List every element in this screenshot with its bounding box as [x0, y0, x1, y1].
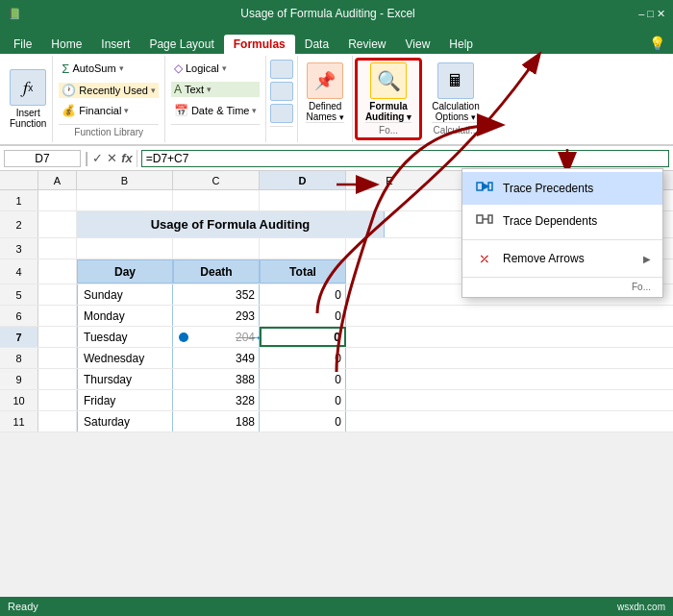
- cell-c9[interactable]: 388: [173, 369, 260, 389]
- calculation-options-btn[interactable]: 🖩 CalculationOptions ▾: [432, 62, 479, 122]
- dropdown-footer: Fo...: [462, 280, 662, 294]
- cell-e10[interactable]: [346, 390, 433, 410]
- date-time-btn[interactable]: 📅 Date & Time ▾: [171, 103, 261, 118]
- header-total[interactable]: Total: [260, 259, 346, 283]
- dropdown-divider: [462, 239, 662, 240]
- cell-c6[interactable]: 293: [173, 306, 260, 326]
- title-cell[interactable]: Usage of Formula Auditing: [77, 211, 385, 237]
- math-icon[interactable]: [270, 60, 293, 79]
- insert-function-btn[interactable]: 𝑓x InsertFunction: [10, 69, 46, 129]
- recently-used-btn[interactable]: 🕐 Recently Used ▾: [59, 83, 159, 98]
- stats-icon[interactable]: [270, 82, 293, 101]
- cell-c5[interactable]: 352: [173, 284, 260, 305]
- tab-review[interactable]: Review: [338, 35, 395, 54]
- cell-b3[interactable]: [77, 238, 173, 259]
- cell-e5[interactable]: [346, 284, 433, 305]
- cell-a7[interactable]: [38, 327, 77, 347]
- ribbon-group-calculation: 🖩 CalculationOptions ▾ Calculati...: [424, 56, 486, 142]
- cell-d8[interactable]: 0: [260, 348, 346, 368]
- cell-d11[interactable]: 0: [260, 411, 346, 431]
- more-icon[interactable]: [270, 104, 293, 123]
- cell-a6[interactable]: [38, 306, 77, 326]
- cell-d3[interactable]: [260, 238, 346, 259]
- cell-e11[interactable]: [346, 411, 433, 431]
- cell-b11[interactable]: Saturday: [77, 411, 173, 431]
- dropdown-item-remove-arrows[interactable]: ⤫ Remove Arrows ▶: [462, 242, 662, 275]
- trace-dependents-icon: [474, 210, 495, 232]
- financial-btn[interactable]: 💰 Financial ▾: [59, 103, 159, 118]
- cell-b8[interactable]: Wednesday: [77, 348, 173, 368]
- cell-b1[interactable]: [77, 190, 173, 210]
- watermark: wsxdn.com: [617, 602, 665, 612]
- table-row: 6 Monday 293 0: [0, 306, 673, 327]
- cell-e9[interactable]: [346, 369, 433, 389]
- help-icon[interactable]: 💡: [641, 33, 673, 54]
- tab-data[interactable]: Data: [295, 35, 338, 54]
- cell-a11[interactable]: [38, 411, 77, 431]
- cell-d5[interactable]: 0: [260, 284, 346, 305]
- svg-rect-6: [477, 215, 483, 223]
- tab-help[interactable]: Help: [439, 35, 483, 54]
- header-day[interactable]: Day: [77, 259, 173, 283]
- cell-c1[interactable]: [173, 190, 260, 210]
- cell-a1[interactable]: [38, 190, 77, 210]
- name-box[interactable]: [4, 150, 81, 167]
- cell-a5[interactable]: [38, 284, 77, 305]
- cell-a10[interactable]: [38, 390, 77, 410]
- cell-d7[interactable]: 0: [260, 327, 346, 347]
- cell-c7[interactable]: 204 →: [173, 327, 260, 347]
- cell-e4[interactable]: [346, 259, 433, 283]
- trace-dependents-label: Trace Dependents: [503, 214, 597, 228]
- cell-c11[interactable]: 188: [173, 411, 260, 431]
- tab-view[interactable]: View: [396, 35, 440, 54]
- cell-a9[interactable]: [38, 369, 77, 389]
- cell-e2[interactable]: [385, 211, 471, 237]
- cell-a3[interactable]: [38, 238, 77, 259]
- cell-e6[interactable]: [346, 306, 433, 326]
- cell-a2[interactable]: [38, 211, 77, 237]
- cell-a8[interactable]: [38, 348, 77, 368]
- ribbon-content: 𝑓x InsertFunction Σ AutoSum ▾ 🕐 Recently…: [0, 54, 673, 146]
- formula-verify-icon[interactable]: ✓: [92, 151, 103, 165]
- cell-d9[interactable]: 0: [260, 369, 346, 389]
- cell-d1[interactable]: [260, 190, 346, 210]
- cell-b9[interactable]: Thursday: [77, 369, 173, 389]
- cell-b6[interactable]: Monday: [77, 306, 173, 326]
- ribbon-group-more-functions: ◇ Logical ▾ A Text ▾ 📅 Date & Time ▾: [165, 56, 267, 142]
- svg-rect-5: [488, 183, 492, 190]
- tab-file[interactable]: File: [4, 35, 41, 54]
- ribbon-group-library: Σ AutoSum ▾ 🕐 Recently Used ▾ 💰 Financia…: [53, 56, 165, 142]
- cell-e7[interactable]: [346, 327, 433, 347]
- defined-names-btn[interactable]: 📌 DefinedNames ▾: [306, 62, 343, 122]
- tab-home[interactable]: Home: [41, 35, 91, 54]
- formula-auditing-btn[interactable]: 🔍 FormulaAuditing ▾: [365, 62, 411, 122]
- formula-cancel-icon[interactable]: ✕: [107, 151, 117, 165]
- tab-insert[interactable]: Insert: [91, 35, 139, 54]
- cell-e8[interactable]: [346, 348, 433, 368]
- cell-c8[interactable]: 349: [173, 348, 260, 368]
- cell-b7[interactable]: Tuesday: [77, 327, 173, 347]
- cell-d6[interactable]: 0: [260, 306, 346, 326]
- dropdown-item-trace-dependents[interactable]: Trace Dependents: [462, 205, 662, 237]
- row-num-3: 3: [0, 238, 38, 259]
- formula-input[interactable]: [141, 150, 669, 167]
- insert-function-label: InsertFunction: [10, 108, 46, 129]
- cell-a4[interactable]: [38, 259, 77, 283]
- header-death[interactable]: Death: [173, 259, 260, 283]
- cell-e1[interactable]: [346, 190, 433, 210]
- formula-auditing-dropdown: Trace Precedents Trace Dependents ⤫ Remo…: [461, 168, 663, 298]
- cell-b5[interactable]: Sunday: [77, 284, 173, 305]
- text-btn[interactable]: A Text ▾: [171, 82, 261, 97]
- cell-d10[interactable]: 0: [260, 390, 346, 410]
- formula-auditing-icon: 🔍: [370, 62, 407, 99]
- cell-c10[interactable]: 328: [173, 390, 260, 410]
- cell-c3[interactable]: [173, 238, 260, 259]
- cell-e3[interactable]: [346, 238, 433, 259]
- tab-page-layout[interactable]: Page Layout: [139, 35, 223, 54]
- cell-b10[interactable]: Friday: [77, 390, 173, 410]
- dropdown-item-trace-precedents[interactable]: Trace Precedents: [462, 172, 662, 205]
- remove-arrows-submenu: ▶: [643, 254, 651, 264]
- logical-btn[interactable]: ◇ Logical ▾: [171, 61, 261, 76]
- autosum-btn[interactable]: Σ AutoSum ▾: [59, 61, 159, 77]
- tab-formulas[interactable]: Formulas: [224, 35, 295, 54]
